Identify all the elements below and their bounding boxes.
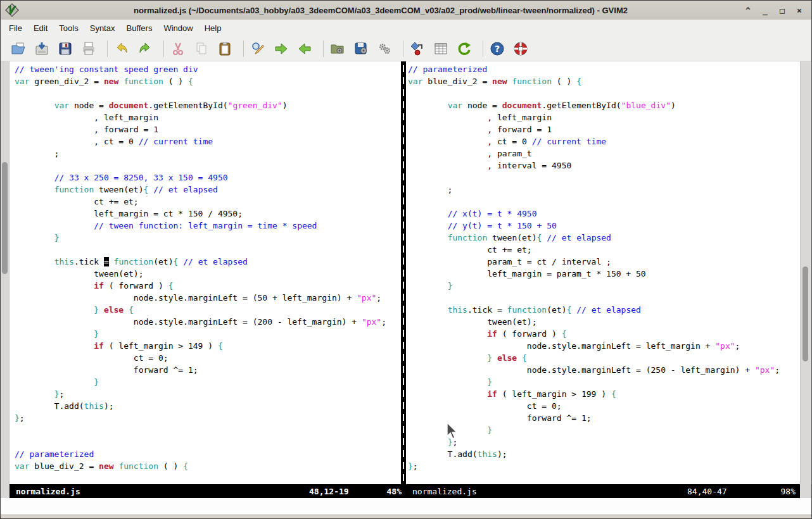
code-line: ct = 0;	[408, 400, 800, 412]
code-line: if ( forward ) {	[15, 280, 401, 292]
code-line: left_margin = param_t * 150 + 50	[408, 268, 800, 280]
code-line: // parameterized	[15, 448, 401, 460]
left-status-filename: normalized.js	[16, 487, 80, 496]
code-line: if ( left_margin > 149 ) {	[15, 340, 401, 352]
menu-tools[interactable]: Tools	[53, 22, 84, 35]
svg-text:?: ?	[495, 44, 500, 54]
copy-icon[interactable]	[194, 41, 209, 56]
right-scrollbar-thumb[interactable]	[802, 266, 808, 361]
code-line: , forward = 1	[408, 123, 800, 135]
open-file-icon[interactable]	[11, 41, 26, 56]
menu-syntax[interactable]: Syntax	[84, 22, 121, 35]
code-line: }	[15, 232, 401, 244]
paste-icon[interactable]	[217, 41, 232, 56]
code-line: // tween'ing constant speed green div	[15, 63, 401, 75]
window-title: normalized.js (~/Documents/a03_hobby/a03…	[19, 6, 742, 15]
right-scrollbar[interactable]	[800, 61, 811, 484]
code-line: node.style.marginLeft = left_margin + "p…	[408, 340, 800, 352]
minimize-button[interactable]: _	[759, 4, 771, 16]
code-line: ;	[408, 184, 800, 196]
find-next-icon[interactable]	[274, 41, 289, 56]
code-line: , left_margin	[408, 111, 800, 123]
code-line: if ( forward ) {	[408, 328, 800, 340]
code-line: , ct = 0 // current time	[15, 135, 401, 147]
vim-logo-icon	[5, 3, 19, 17]
code-line: // parameterized	[408, 63, 800, 75]
code-line: function tween(et){ // et elapsed	[408, 232, 800, 244]
toolbar-separator	[323, 41, 324, 57]
gvim-window: normalized.js (~/Documents/a03_hobby/a03…	[0, 0, 812, 519]
print-icon[interactable]	[81, 41, 96, 56]
help-icon[interactable]: ?	[490, 41, 505, 56]
shade-button[interactable]: ^	[742, 4, 754, 16]
code-line	[15, 244, 401, 256]
undo-icon[interactable]	[114, 41, 129, 56]
code-line: } else {	[408, 352, 800, 364]
menu-edit[interactable]: Edit	[28, 22, 53, 35]
left-status-ruler: 48,12-19	[309, 487, 349, 496]
code-line: forward ^= 1;	[408, 412, 800, 424]
toolbar-separator	[483, 41, 483, 57]
code-line: forward ^= 1;	[15, 364, 401, 376]
cut-icon[interactable]	[170, 41, 186, 56]
build-tags-icon[interactable]	[457, 41, 472, 56]
run-script-icon[interactable]	[377, 41, 392, 56]
code-line: ct += et;	[15, 196, 401, 208]
toolbar: ?	[1, 36, 811, 61]
redo-icon[interactable]	[137, 41, 153, 56]
save-session-icon[interactable]	[353, 41, 369, 56]
code-line: var green_div_2 = new function ( ) {	[15, 75, 401, 87]
toolbar-separator	[163, 41, 164, 57]
code-line: param_t = ct / interval ;	[408, 256, 800, 268]
code-line: };	[408, 460, 800, 472]
code-line: , param_t	[408, 147, 800, 159]
code-line: var blue_div_2 = new function ( ) {	[15, 460, 401, 472]
code-line: , left_margin	[15, 111, 401, 123]
code-line: // tween function: left_margin = time * …	[15, 220, 401, 232]
right-status-filename: normalized.js	[412, 487, 477, 496]
make-icon[interactable]	[410, 41, 425, 56]
menu-window[interactable]: Window	[158, 22, 198, 35]
code-line: node.style.marginLeft = (50 + left_margi…	[15, 292, 401, 304]
code-line	[15, 436, 401, 448]
right-statusline: normalized.js 84,40-47 98%	[406, 484, 800, 498]
code-line	[15, 424, 401, 436]
load-session-icon[interactable]	[330, 41, 345, 56]
menubar: File Edit Tools Syntax Buffers Window He…	[1, 20, 811, 36]
save-all-icon[interactable]	[58, 41, 73, 56]
find-help-icon[interactable]	[513, 41, 528, 56]
titlebar[interactable]: normalized.js (~/Documents/a03_hobby/a03…	[1, 1, 811, 20]
find-replace-icon[interactable]	[250, 41, 265, 56]
code-line	[408, 87, 800, 99]
code-line: // y(t) = t * 150 + 50	[408, 220, 800, 232]
window-split-separator[interactable]	[401, 61, 406, 484]
right-editor-pane[interactable]: // parameterizedvar blue_div_2 = new fun…	[406, 61, 800, 484]
left-scrollbar[interactable]	[1, 61, 10, 484]
code-line: var node = document.getElementById("gree…	[15, 99, 401, 111]
left-scrollbar-thumb[interactable]	[2, 162, 8, 274]
equal-windows-icon[interactable]	[433, 41, 448, 56]
code-line: ct = 0;	[15, 352, 401, 364]
code-line	[408, 172, 800, 184]
menu-buffers[interactable]: Buffers	[120, 22, 158, 35]
window-bottom-edge	[1, 515, 811, 519]
code-line: , interval = 4950	[408, 159, 800, 172]
command-line[interactable]	[1, 498, 811, 515]
toolbar-separator	[243, 41, 244, 57]
code-line: tween(et);	[15, 268, 401, 280]
close-button[interactable]: ×	[794, 4, 805, 16]
maximize-button[interactable]: □	[777, 4, 788, 16]
code-line: var blue_div_2 = new function ( ) {	[408, 75, 800, 87]
code-line: this.tick = function(et){ // et elapsed	[15, 256, 401, 268]
menu-help[interactable]: Help	[199, 22, 227, 35]
right-status-ruler: 84,40-47	[687, 487, 727, 496]
left-editor-pane[interactable]: // tween'ing constant speed green divvar…	[10, 61, 401, 484]
find-prev-icon[interactable]	[297, 41, 312, 56]
menu-file[interactable]: File	[3, 22, 28, 35]
code-line	[15, 87, 401, 99]
code-line: node.style.marginLeft = (200 - left_marg…	[15, 316, 401, 328]
code-line: this.tick = function(et){ // et elapsed	[408, 304, 800, 316]
code-line: // x(t) = t * 4950	[408, 208, 800, 220]
toolbar-separator	[403, 41, 403, 57]
save-file-icon[interactable]	[34, 41, 49, 56]
